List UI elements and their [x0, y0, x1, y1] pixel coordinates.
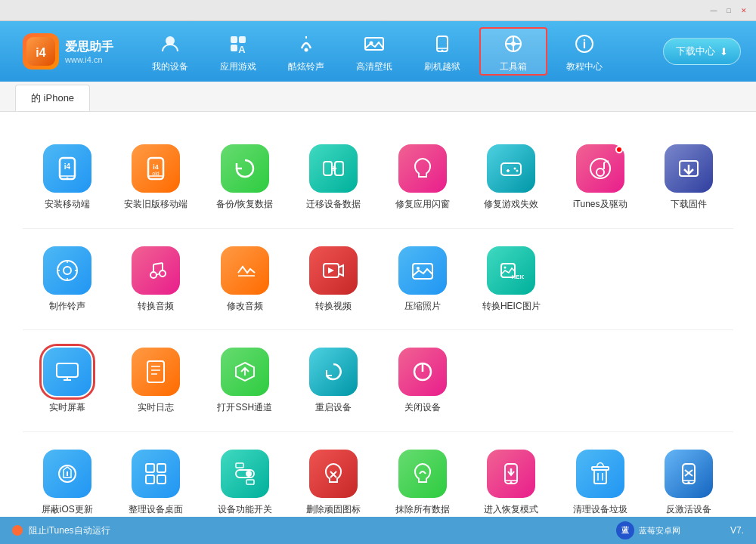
tool-icon-recovery-mode [487, 450, 535, 498]
tool-label-realtime-screen: 实时屏幕 [49, 402, 85, 414]
tool-icon-install-old: i4old [132, 144, 180, 193]
tool-label-convert-audio: 转换音频 [138, 301, 174, 313]
minimize-button[interactable]: — [708, 5, 720, 17]
tool-item-firmware[interactable]: 下载固件 [645, 138, 734, 217]
tool-icon-convert-video [309, 246, 358, 295]
tool-icon-deactivate [665, 450, 713, 498]
tool-item-make-ringtone[interactable]: 制作铃声 [23, 240, 112, 319]
tool-icon-edit-audio [221, 246, 269, 295]
tool-item-convert-heic[interactable]: HEIC转换HEIC图片 [467, 240, 556, 319]
tool-item-convert-video[interactable]: 转换视频 [290, 240, 379, 319]
tool-item-clean-junk[interactable]: 清理设备垃圾 [556, 444, 645, 517]
tool-icon-compress-photo [398, 246, 447, 295]
device-tab[interactable]: 的 iPhone [15, 85, 90, 111]
svg-rect-5 [231, 45, 237, 51]
tool-item-install-app[interactable]: i4安装移动端 [23, 138, 112, 217]
svg-rect-73 [146, 475, 154, 484]
device-tab-area: 的 iPhone [0, 82, 756, 112]
tool-item-organize-desktop[interactable]: 整理设备桌面 [112, 444, 201, 517]
tool-label-install-old: 安装旧版移动端 [124, 199, 187, 211]
close-button[interactable]: ✕ [738, 5, 750, 17]
logo-area: i4 爱思助手 www.i4.cn [0, 26, 136, 77]
tool-label-ssh: 打开SSH通道 [217, 402, 272, 414]
tool-item-migrate[interactable]: 迁移设备数据 [290, 138, 379, 217]
tool-item-delete-icon[interactable]: 删除顽固图标 [290, 444, 379, 517]
maximize-button[interactable]: □ [723, 5, 735, 17]
tool-item-shutdown[interactable]: 关闭设备 [378, 342, 467, 420]
nav-label-wallpaper: 高清壁纸 [356, 60, 392, 73]
tool-item-realtime-screen[interactable]: 实时屏幕 [23, 342, 112, 420]
tool-item-wipe-data[interactable]: 抹除所有数据 [378, 444, 467, 517]
tool-item-block-update[interactable]: 屏蔽iOS更新 [23, 444, 112, 517]
nav-item-tutorial[interactable]: i 教程中心 [550, 21, 618, 82]
header: i4 爱思助手 www.i4.cn 我的设备 A 应用游戏 酷炫铃声 高清壁纸 [0, 21, 756, 82]
tool-label-delete-icon: 删除顽固图标 [306, 504, 361, 516]
tool-item-backup-restore[interactable]: 备份/恢复数据 [200, 138, 290, 217]
nav-item-ringtone[interactable]: 酷炫铃声 [272, 21, 340, 82]
title-bar: — □ ✕ [0, 0, 756, 21]
tool-icon-realtime-screen [43, 348, 91, 396]
tool-item-fix-game[interactable]: 修复游戏失效 [467, 138, 556, 217]
svg-rect-74 [157, 475, 166, 484]
tool-item-edit-audio[interactable]: 修改音频 [200, 240, 290, 319]
tool-label-itunes: iTunes及驱动 [573, 199, 627, 211]
tool-item-recovery-mode[interactable]: 进入恢复模式 [467, 444, 556, 517]
nav-icon-jailbreak [429, 30, 456, 57]
tool-item-reboot[interactable]: 重启设备 [290, 342, 379, 420]
tool-label-fix-game: 修复游戏失效 [484, 199, 538, 211]
tool-item-ssh[interactable]: 打开SSH通道 [200, 342, 290, 420]
svg-point-38 [596, 168, 604, 176]
tool-label-firmware: 下载固件 [671, 199, 707, 211]
tool-icon-wipe-data [398, 450, 447, 498]
tool-icon-backup-restore [221, 144, 269, 193]
svg-rect-71 [146, 464, 154, 472]
tools-section-section3: 实时屏幕实时日志打开SSH通道重启设备关闭设备 [23, 330, 733, 432]
svg-point-7 [305, 48, 308, 51]
tool-label-block-update: 屏蔽iOS更新 [42, 504, 93, 516]
svg-rect-85 [594, 470, 606, 484]
tool-item-fix-app[interactable]: 修复应用闪窗 [378, 138, 467, 217]
nav-items: 我的设备 A 应用游戏 酷炫铃声 高清壁纸 刷机越狱 工具箱 i 教程中心 [136, 21, 663, 82]
svg-point-45 [160, 270, 166, 277]
svg-text:HEIC: HEIC [512, 274, 525, 280]
tools-container: i4安装移动端i4old安装旧版移动端备份/恢复数据迁移设备数据修复应用闪窗修复… [23, 127, 733, 517]
nav-item-wallpaper[interactable]: 高清壁纸 [340, 21, 408, 82]
nav-icon-ringtone [293, 30, 320, 57]
nav-item-my-device[interactable]: 我的设备 [136, 21, 204, 82]
nav-item-jailbreak[interactable]: 刷机越狱 [408, 21, 476, 82]
tool-item-itunes[interactable]: iTunes及驱动 [556, 138, 645, 217]
tool-icon-clean-junk [576, 450, 624, 498]
download-label: 下载中心 [676, 45, 715, 58]
svg-point-44 [150, 272, 156, 278]
tool-item-deactivate[interactable]: 反激活设备 [645, 444, 734, 517]
nav-item-toolbox[interactable]: 工具箱 [479, 27, 547, 76]
tool-item-realtime-log[interactable]: 实时日志 [112, 342, 201, 420]
nav-icon-tutorial: i [571, 30, 598, 57]
svg-point-13 [442, 49, 444, 51]
svg-line-48 [153, 263, 163, 264]
tools-section-section4: 屏蔽iOS更新整理设备桌面设备功能开关删除顽固图标抹除所有数据进入恢复模式清理设… [23, 432, 733, 517]
tool-icon-firmware [665, 144, 713, 193]
tool-icon-shutdown [398, 348, 447, 396]
svg-point-17 [511, 42, 516, 46]
tool-label-fix-app: 修复应用闪窗 [395, 199, 450, 211]
tool-icon-organize-desktop [132, 450, 180, 498]
status-left: 阻止iTunes自动运行 [12, 524, 110, 537]
svg-point-90 [688, 481, 690, 484]
logo-url: www.i4.cn [65, 55, 113, 64]
tool-label-device-toggle: 设备功能开关 [218, 504, 272, 516]
tool-icon-realtime-log [132, 348, 180, 396]
nav-item-app-game[interactable]: A 应用游戏 [204, 21, 272, 82]
svg-rect-3 [231, 36, 237, 43]
tool-icon-make-ringtone [43, 246, 91, 295]
tool-item-install-old[interactable]: i4old安装旧版移动端 [112, 138, 201, 217]
tool-item-device-toggle[interactable]: 设备功能开关 [200, 444, 290, 517]
download-button[interactable]: 下载中心 ⬇ [663, 38, 741, 65]
tool-icon-fix-game [487, 144, 535, 193]
svg-point-43 [64, 267, 71, 274]
tool-item-compress-photo[interactable]: 压缩照片 [378, 240, 467, 319]
tool-item-convert-audio[interactable]: 转换音频 [112, 240, 201, 319]
svg-point-22 [66, 178, 68, 180]
tool-label-backup-restore: 备份/恢复数据 [216, 199, 273, 211]
status-right: V7. [730, 525, 744, 536]
